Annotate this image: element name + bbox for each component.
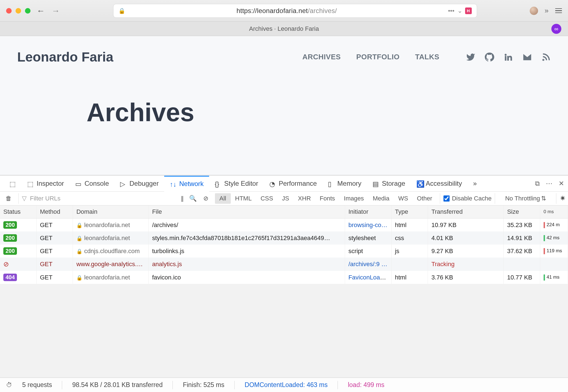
container-icon[interactable]: ∞ (551, 24, 561, 34)
url-text: https://leonardofaria.net/archives/ (129, 7, 445, 15)
clear-button[interactable]: 🗑 (2, 195, 15, 202)
page-heading: Archives (87, 98, 551, 127)
filter-images[interactable]: Images (339, 193, 368, 204)
table-row[interactable]: 200GET🔒leonardofaria.net/archives/browsi… (0, 218, 568, 232)
window-controls (6, 8, 31, 14)
forward-button[interactable]: → (51, 6, 60, 16)
more-dots-icon[interactable]: ••• (448, 7, 454, 14)
menu-button[interactable] (555, 8, 562, 13)
col-initiator[interactable]: Initiator (345, 205, 392, 218)
tab-inspector[interactable]: ⬚Inspector (22, 175, 70, 191)
chevron-updown-icon: ⇅ (541, 195, 546, 202)
tabs-overflow-icon[interactable]: » (468, 175, 482, 191)
lock-icon: 🔒 (76, 223, 82, 228)
mail-icon[interactable] (523, 52, 532, 62)
table-row[interactable]: 404GET🔒leonardofaria.netfavicon.icoFavic… (0, 271, 568, 284)
page-content: Leonardo Faria ARCHIVES PORTFOLIO TALKS … (0, 36, 568, 175)
twitter-icon[interactable] (466, 52, 475, 62)
element-picker-button[interactable]: ⬚ (4, 175, 22, 191)
site-title[interactable]: Leonardo Faria (17, 49, 113, 65)
col-type[interactable]: Type (391, 205, 428, 218)
devtools-status-bar: ⏱ 5 requests 98.54 KB / 28.01 KB transfe… (0, 378, 568, 392)
overflow-icon[interactable]: » (545, 6, 549, 15)
status-finish: Finish: 525 ms (183, 381, 224, 389)
nav-talks[interactable]: TALKS (415, 53, 439, 61)
tab-title[interactable]: Archives · Leonardo Faria (249, 25, 319, 32)
col-transferred[interactable]: Transferred (428, 205, 504, 218)
filter-types: All HTML CSS JS XHR Fonts Images Media W… (215, 193, 437, 204)
status-badge: 200 (3, 234, 17, 242)
status-badge: 200 (3, 221, 17, 229)
disable-cache-toggle[interactable]: Disable Cache (443, 195, 491, 202)
status-badge: 200 (3, 247, 17, 255)
url-badges: ••• ⌄ H (448, 7, 471, 14)
status-transferred: 98.54 KB / 28.01 KB transferred (72, 381, 163, 389)
filter-css[interactable]: CSS (256, 193, 277, 204)
back-button[interactable]: ← (36, 6, 45, 16)
block-icon[interactable]: ⊘ (203, 195, 208, 202)
table-row[interactable]: 200GET🔒cdnjs.cloudflare.comturbolinks.js… (0, 245, 568, 258)
status-domcontentloaded: DOMContentLoaded: 463 ms (245, 381, 328, 389)
col-status[interactable]: Status (0, 205, 36, 218)
col-method[interactable]: Method (36, 205, 73, 218)
filter-fonts[interactable]: Fonts (315, 193, 339, 204)
col-domain[interactable]: Domain (73, 205, 149, 218)
lock-icon: 🔒 (76, 275, 82, 281)
site-nav: ARCHIVES PORTFOLIO TALKS (302, 52, 551, 62)
nav-archives[interactable]: ARCHIVES (302, 53, 341, 61)
pause-button[interactable]: | | (181, 195, 183, 202)
tab-console[interactable]: ▭Console (70, 175, 115, 191)
lock-icon: 🔒 (76, 236, 82, 241)
search-icon[interactable]: 🔍 (189, 195, 197, 202)
filter-media[interactable]: Media (368, 193, 394, 204)
extension-badge-icon[interactable]: H (465, 7, 472, 14)
address-bar[interactable]: 🔒 https://leonardofaria.net/archives/ ••… (113, 4, 477, 18)
status-load: load: 499 ms (348, 381, 384, 389)
close-window-button[interactable] (6, 8, 12, 14)
col-waterfall[interactable]: 0 ms (540, 205, 568, 218)
table-header-row: Status Method Domain File Initiator Type… (0, 205, 568, 218)
filter-icon: ▽ (22, 195, 27, 202)
col-size[interactable]: Size (504, 205, 540, 218)
profile-avatar[interactable] (530, 7, 538, 15)
responsive-mode-icon[interactable]: ⧉ (535, 180, 540, 187)
tab-style-editor[interactable]: {}Style Editor (209, 175, 264, 191)
filter-html[interactable]: HTML (231, 193, 256, 204)
filter-other[interactable]: Other (412, 193, 437, 204)
status-requests: 5 requests (22, 381, 52, 389)
pocket-icon[interactable]: ⌄ (457, 7, 462, 14)
nav-portfolio[interactable]: PORTFOLIO (356, 53, 400, 61)
tab-memory[interactable]: ▯Memory (322, 175, 367, 191)
close-devtools-button[interactable]: ✕ (559, 180, 564, 187)
tab-debugger[interactable]: ▷Debugger (115, 175, 164, 191)
col-file[interactable]: File (149, 205, 345, 218)
tab-bar: Archives · Leonardo Faria ∞ (0, 22, 568, 36)
filter-js[interactable]: JS (278, 193, 294, 204)
filter-xhr[interactable]: XHR (293, 193, 315, 204)
linkedin-icon[interactable] (504, 52, 513, 62)
lock-icon: 🔒 (118, 7, 125, 14)
table-row[interactable]: ⊘GETwww.google-analytics.…analytics.js/a… (0, 258, 568, 271)
throttle-select[interactable]: No Throttling ⇅ (505, 195, 546, 202)
rss-icon[interactable] (541, 52, 551, 62)
settings-icon[interactable]: ✷ (560, 194, 566, 203)
devtools-menu-icon[interactable]: ⋯ (546, 180, 552, 187)
tab-storage[interactable]: ▤Storage (367, 175, 411, 191)
tab-accessibility[interactable]: ♿Accessibility (411, 175, 468, 191)
disable-cache-checkbox[interactable] (443, 195, 450, 202)
table-row[interactable]: 200GET🔒leonardofaria.netstyles.min.fe7c4… (0, 231, 568, 245)
minimize-window-button[interactable] (16, 8, 21, 14)
tab-network[interactable]: ↑↓Network (164, 176, 209, 192)
tab-performance[interactable]: ◔Performance (264, 175, 322, 191)
maximize-window-button[interactable] (25, 8, 31, 14)
status-badge: 404 (3, 274, 17, 281)
filter-input[interactable] (28, 193, 100, 204)
network-filter-bar: 🗑 ▽ | | 🔍 ⊘ All HTML CSS JS XHR Fonts Im… (0, 192, 568, 205)
github-icon[interactable] (485, 52, 494, 62)
devtools-panel: ⬚ ⬚Inspector ▭Console ▷Debugger ↑↓Networ… (0, 175, 568, 284)
filter-all[interactable]: All (215, 193, 230, 204)
filter-ws[interactable]: WS (394, 193, 412, 204)
network-table: Status Method Domain File Initiator Type… (0, 205, 568, 284)
browser-toolbar: ← → 🔒 https://leonardofaria.net/archives… (0, 0, 568, 22)
devtools-tabs: ⬚ ⬚Inspector ▭Console ▷Debugger ↑↓Networ… (0, 175, 568, 192)
